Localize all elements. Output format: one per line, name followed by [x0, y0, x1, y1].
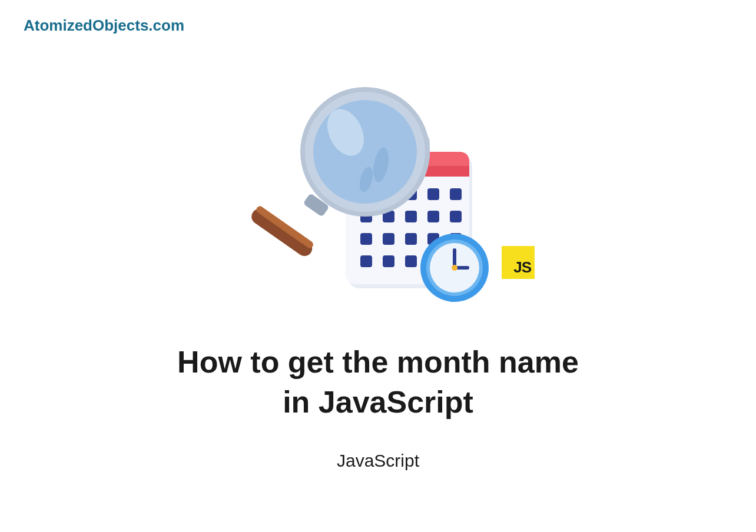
title-line-1: How to get the month name	[177, 345, 579, 379]
svg-rect-14	[427, 211, 439, 222]
svg-rect-21	[360, 255, 372, 267]
svg-rect-9	[427, 188, 439, 200]
svg-rect-30	[248, 206, 315, 259]
svg-rect-15	[450, 211, 462, 222]
article-title: How to get the month name in JavaScript	[0, 343, 756, 422]
article-category: JavaScript	[0, 451, 756, 471]
svg-rect-17	[383, 233, 394, 245]
hero-illustration	[231, 77, 525, 312]
svg-rect-10	[450, 188, 462, 200]
svg-point-29	[452, 265, 457, 271]
js-badge-text: JS	[513, 258, 531, 277]
svg-rect-18	[405, 233, 417, 245]
svg-rect-23	[405, 255, 417, 267]
javascript-badge: JS	[502, 246, 535, 279]
svg-rect-13	[405, 211, 417, 222]
title-line-2: in JavaScript	[283, 385, 473, 419]
svg-rect-16	[360, 233, 372, 245]
calendar-search-illustration-icon	[231, 77, 525, 312]
svg-rect-22	[383, 255, 394, 267]
site-brand: AtomizedObjects.com	[24, 16, 184, 35]
